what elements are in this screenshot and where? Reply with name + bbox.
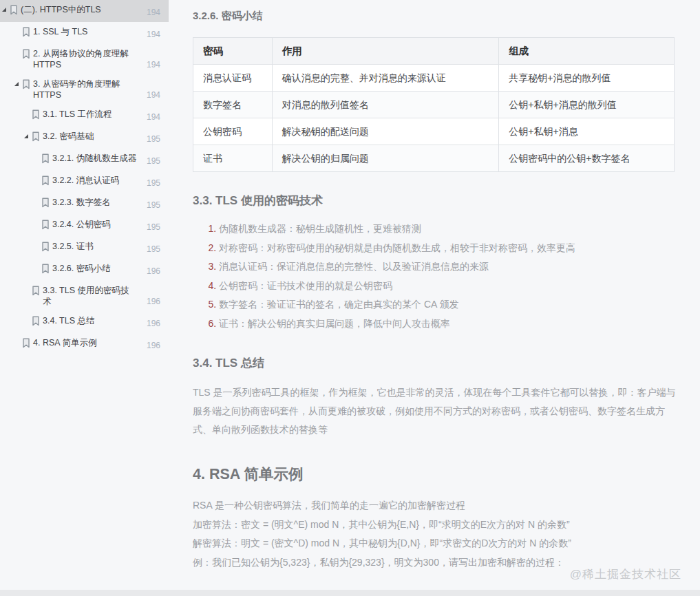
tree-indent [34,197,41,200]
toc-item-label: 3.1. TLS 工作流程 [43,109,141,120]
tree-indent [34,219,41,222]
table-header-cell: 组成 [499,38,675,65]
sidebar-item-ssl-tls[interactable]: 1. SSL 与 TLS 194 [0,22,169,44]
toc-page-number: 194 [141,111,160,123]
tree-indent [34,153,41,156]
list-item: 公钥密码：证书技术使用的就是公钥密码 [219,277,681,296]
tree-indent [34,263,41,266]
table-header-cell: 密码 [193,38,273,65]
sidebar-item-public-key[interactable]: 3.2.4. 公钥密码 195 [0,215,169,237]
sidebar-item-network-protocol[interactable]: 2. 从网络协议的角度理解 HTTPS 194 [0,44,169,74]
section-heading-4: 4. RSA 简单示例 [193,464,681,484]
toc-item-label: 2. 从网络协议的角度理解 HTTPS [33,48,141,70]
sidebar-item-cryptography[interactable]: 3. 从密码学的角度理解 HTTPS 194 [0,74,169,105]
table-cell: 公钥密码 [193,118,273,145]
table-cell: 数字签名 [193,92,273,118]
bookmark-icon [22,48,33,62]
toc-page-number: 194 [141,89,160,100]
toc-page-number: 195 [141,222,160,233]
document-content: 3.2.6. 密码小结 密码 作用 组成 消息认证码 确认消息的完整、并对消息的… [169,0,700,590]
tree-indent [24,315,32,319]
toc-item-label: 3.2.1. 伪随机数生成器 [52,153,141,164]
section-heading-34: 3.4. TLS 总结 [193,355,681,371]
sidebar-item-certificate[interactable]: 3.2.5. 证书 195 [0,237,169,259]
bookmark-icon [10,4,21,18]
tree-indent [34,175,41,178]
table-cell: 共享秘钥+消息的散列值 [499,65,675,92]
table-cell: 消息认证码 [193,65,273,92]
table-cell: 解决秘钥的配送问题 [272,118,499,145]
sidebar-item-crypto-summary[interactable]: 3.2.6. 密码小结 196 [0,259,169,281]
tls-summary-paragraph: TLS 是一系列密码工具的框架，作为框架，它也是非常的灵活，体现在每个工具套件它… [193,383,680,439]
watermark-text: @稀土掘金技术社区 [570,566,681,582]
table-cell: 确认消息的完整、并对消息的来源认证 [272,65,499,92]
bookmark-icon [41,175,52,189]
tls-tech-list: 伪随机数生成器：秘钥生成随机性，更难被猜测 对称密码：对称密码使用的秘钥就是由伪… [193,220,681,333]
toc-item-label: 3.2.6. 密码小结 [52,263,141,274]
toc-page-number: 194 [141,29,160,40]
toc-page-number: 195 [141,178,160,189]
toc-item-label: 3.2.5. 证书 [52,241,141,252]
toc-item-label: (二). HTTPS中的TLS [21,4,141,15]
toc-page-number: 196 [141,340,160,351]
rsa-line: 加密算法：密文 = (明文^E) mod N，其中公钥为{E,N}，即“求明文的… [193,515,680,535]
toc-page-number: 195 [141,200,160,211]
rsa-line: RSA 是一种公钥密码算法，我们简单的走一遍它的加密解密过程 [193,496,680,515]
toc-item-label: 3.2.4. 公钥密码 [52,219,141,230]
toc-item-label: 1. SSL 与 TLS [33,26,141,37]
list-item: 证书：解决公钥的真实归属问题，降低中间人攻击概率 [219,315,681,334]
rsa-line: 解密算法：明文 = (密文^D) mod N，其中秘钥为{D,N}，即“求密文的… [193,534,680,553]
section-heading-33: 3.3. TLS 使用的密码技术 [193,193,681,209]
tree-indent [24,285,32,288]
bookmark-icon [32,109,43,123]
sidebar-item-rsa-example[interactable]: 4. RSA 简单示例 196 [0,333,169,355]
tree-indent [14,26,22,30]
sidebar-item-https-tls[interactable]: (二). HTTPS中的TLS 194 [0,0,169,22]
toc-page-number: 194 [141,7,160,18]
sidebar-item-crypto-basics[interactable]: 3.2. 密码基础 195 [0,127,169,149]
sidebar-item-prng[interactable]: 3.2.1. 伪随机数生成器 195 [0,149,169,171]
table-cell: 公钥+私钥+消息 [499,118,675,145]
list-item: 伪随机数生成器：秘钥生成随机性，更难被猜测 [219,220,681,239]
sidebar-item-tls-workflow[interactable]: 3.1. TLS 工作流程 194 [0,105,169,127]
tree-expand-icon[interactable] [24,131,32,138]
tree-indent [14,337,22,341]
table-cell: 公钥+私钥+消息的散列值 [499,92,675,118]
toc-page-number: 196 [141,318,160,329]
sidebar-item-tls-crypto-tech[interactable]: 3.3. TLS 使用的密码技术 196 [0,281,169,311]
toc-page-number: 196 [141,296,160,307]
toc-item-label: 3. 从密码学的角度理解 HTTPS [33,78,141,100]
tree-expand-icon[interactable] [2,4,10,12]
sidebar-item-mac[interactable]: 3.2.2. 消息认证码 195 [0,171,169,193]
sidebar-item-digital-signature[interactable]: 3.2.3. 数字签名 195 [0,193,169,215]
toc-item-label: 3.4. TLS 总结 [43,315,141,326]
toc-item-label: 4. RSA 简单示例 [33,337,141,348]
toc-page-number: 195 [141,134,160,145]
bookmark-icon [41,241,52,255]
bookmark-icon [32,131,43,145]
tree-expand-icon[interactable] [14,78,22,86]
bookmark-icon [32,315,43,329]
list-item: 数字签名：验证证书的签名，确定由真实的某个 CA 颁发 [219,295,681,315]
tree-indent [14,48,22,52]
toc-item-label: 3.2. 密码基础 [43,131,141,142]
table-row: 数字签名 对消息的散列值签名 公钥+私钥+消息的散列值 [193,92,675,118]
table-cell: 对消息的散列值签名 [272,92,499,118]
toc-item-label: 3.2.3. 数字签名 [52,197,141,208]
tree-indent [24,109,32,112]
list-item: 对称密码：对称密码使用的秘钥就是由伪随机数生成，相较于非对称密码，效率更高 [219,239,681,258]
tree-indent [34,241,41,244]
table-header-row: 密码 作用 组成 [193,38,675,65]
toc-item-label: 3.3. TLS 使用的密码技术 [43,285,141,307]
toc-page-number: 195 [141,244,160,255]
table-header-cell: 作用 [272,38,499,65]
bookmarks-sidebar: (二). HTTPS中的TLS 194 1. SSL 与 TLS 194 2. … [0,0,169,590]
rsa-description: RSA 是一种公钥密码算法，我们简单的走一遍它的加密解密过程 加密算法：密文 =… [193,496,680,572]
bookmark-icon [22,337,33,351]
table-row: 消息认证码 确认消息的完整、并对消息的来源认证 共享秘钥+消息的散列值 [193,65,675,92]
bookmark-icon [22,26,33,40]
bookmark-icon [22,78,33,92]
sidebar-item-tls-summary[interactable]: 3.4. TLS 总结 196 [0,311,169,333]
table-cell: 证书 [193,145,273,172]
bookmark-icon [41,219,52,233]
